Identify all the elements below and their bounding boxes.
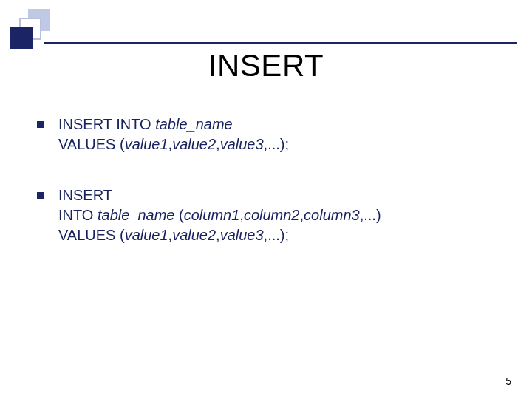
list-item-text: INSERT INTO table_name (column1,column2,… <box>58 185 502 245</box>
page-number: 5 <box>505 375 511 387</box>
bullet-icon <box>37 121 44 128</box>
slide-body: INSERT INTO table_name VALUES (value1,va… <box>37 115 502 276</box>
deco-square-dark <box>10 27 33 49</box>
slide-title: INSERT <box>0 48 532 83</box>
list-item: INSERT INTO table_name VALUES (value1,va… <box>37 115 502 154</box>
list-item-text: INSERT INTO table_name VALUES (value1,va… <box>58 115 502 154</box>
horizontal-rule <box>44 42 517 44</box>
list-item: INSERT INTO table_name (column1,column2,… <box>37 185 502 245</box>
bullet-icon <box>37 192 44 199</box>
